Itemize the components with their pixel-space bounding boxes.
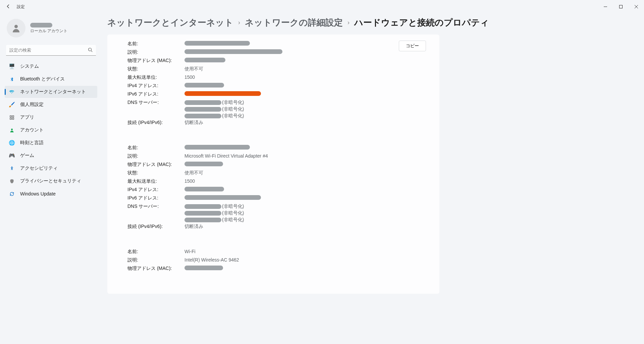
sidebar-item-label: 個人用設定 xyxy=(20,102,44,108)
label-mac: 物理アドレス (MAC): xyxy=(127,58,184,64)
nav: 🖥️ システム Bluetooth とデバイス ネットワークとインターネット 🖌… xyxy=(5,60,97,200)
sidebar-item-label: Windows Update xyxy=(20,191,56,196)
maximize-button[interactable] xyxy=(613,1,629,12)
label-name: 名前: xyxy=(127,41,184,47)
svg-rect-7 xyxy=(10,115,11,117)
sidebar-item-label: アクセシビリティ xyxy=(20,165,58,171)
value-redacted xyxy=(184,100,221,105)
value-description: Microsoft Wi-Fi Direct Virtual Adapter #… xyxy=(184,153,419,159)
label-state: 状態: xyxy=(127,170,184,176)
grid-icon xyxy=(9,114,15,120)
search-input[interactable] xyxy=(6,45,96,56)
adapter-block: 名前: 説明: 物理アドレス (MAC): 状態:使用不可 最大転送単位:150… xyxy=(127,39,419,142)
sync-icon xyxy=(9,191,15,197)
dns-suffix: (非暗号化) xyxy=(222,100,244,106)
label-mtu: 最大転送単位: xyxy=(127,178,184,184)
svg-rect-1 xyxy=(620,5,623,8)
window-controls xyxy=(598,1,644,12)
label-ipv4: IPv4 アドレス: xyxy=(127,83,184,89)
sidebar-item-label: ゲーム xyxy=(20,153,34,159)
sidebar-item-personalize[interactable]: 🖌️ 個人用設定 xyxy=(5,99,97,111)
sidebar-item-label: システム xyxy=(20,63,39,69)
value-redacted xyxy=(184,218,221,222)
value-redacted xyxy=(184,266,223,270)
brush-icon: 🖌️ xyxy=(9,102,15,108)
label-name: 名前: xyxy=(127,145,184,151)
label-ipv6: IPv6 アドレス: xyxy=(127,91,184,97)
breadcrumb-link-advanced[interactable]: ネットワークの詳細設定 xyxy=(245,17,343,28)
breadcrumb: ネットワークとインターネット › ネットワークの詳細設定 › ハードウェアと接続… xyxy=(107,17,631,28)
person-icon xyxy=(9,127,15,133)
label-ipv6: IPv6 アドレス: xyxy=(127,195,184,201)
back-button[interactable] xyxy=(3,2,13,12)
accessibility-icon xyxy=(9,165,15,171)
value-state: 使用不可 xyxy=(184,170,419,176)
sidebar-item-label: プライバシーとセキュリティ xyxy=(20,178,81,184)
value-redacted xyxy=(184,145,250,150)
globe-clock-icon: 🌐 xyxy=(9,140,15,146)
sidebar-item-accessibility[interactable]: アクセシビリティ xyxy=(5,162,97,174)
sidebar-item-update[interactable]: Windows Update xyxy=(5,188,97,200)
dns-suffix: (非暗号化) xyxy=(222,210,244,216)
value-redacted xyxy=(184,195,261,200)
sidebar-item-network[interactable]: ネットワークとインターネット xyxy=(5,86,97,98)
adapter-block: 名前: 説明:Microsoft Wi-Fi Direct Virtual Ad… xyxy=(127,142,419,246)
svg-rect-10 xyxy=(12,118,13,119)
sidebar-item-apps[interactable]: アプリ xyxy=(5,111,97,123)
svg-point-11 xyxy=(11,128,13,130)
sidebar-item-label: ネットワークとインターネット xyxy=(20,89,86,95)
copy-button[interactable]: コピー xyxy=(399,41,426,51)
label-name: 名前: xyxy=(127,249,184,255)
avatar xyxy=(7,19,25,38)
value-mtu: 1500 xyxy=(184,178,419,184)
bluetooth-icon xyxy=(9,76,15,82)
value-conn: 切断済み xyxy=(184,224,419,230)
label-conn: 接続 (IPv4/IPv6): xyxy=(127,120,184,126)
sidebar-item-game[interactable]: 🎮 ゲーム xyxy=(5,150,97,162)
user-block[interactable]: ローカル アカウント xyxy=(5,17,97,42)
search-box xyxy=(6,45,96,56)
label-dns: DNS サーバー: xyxy=(127,204,184,210)
value-redacted xyxy=(184,114,221,118)
value-redacted xyxy=(184,91,261,96)
adapter-block: 名前:Wi-Fi 説明:Intel(R) Wireless-AC 9462 物理… xyxy=(127,246,419,274)
label-description: 説明: xyxy=(127,49,184,55)
breadcrumb-current: ハードウェアと接続のプロパティ xyxy=(354,17,489,28)
value-redacted xyxy=(184,41,250,46)
chevron-right-icon: › xyxy=(238,19,240,26)
dns-suffix: (非暗号化) xyxy=(222,106,244,112)
sidebar-item-bluetooth[interactable]: Bluetooth とデバイス xyxy=(5,73,97,85)
value-redacted xyxy=(184,204,221,209)
close-button[interactable] xyxy=(629,1,644,12)
value-conn: 切断済み xyxy=(184,120,419,126)
value-redacted xyxy=(184,83,224,88)
value-description: Intel(R) Wireless-AC 9462 xyxy=(184,257,419,263)
label-conn: 接続 (IPv4/IPv6): xyxy=(127,224,184,230)
sidebar-item-privacy[interactable]: プライバシーとセキュリティ xyxy=(5,175,97,187)
breadcrumb-link-network[interactable]: ネットワークとインターネット xyxy=(107,17,233,28)
sidebar-item-label: Bluetooth とデバイス xyxy=(20,76,65,82)
arrow-left-icon xyxy=(6,4,11,10)
minimize-button[interactable] xyxy=(598,1,613,12)
dns-suffix: (非暗号化) xyxy=(222,113,244,119)
value-redacted xyxy=(184,211,221,216)
svg-rect-8 xyxy=(12,115,13,117)
label-mac: 物理アドレス (MAC): xyxy=(127,266,184,272)
value-redacted xyxy=(184,58,225,62)
sidebar-item-system[interactable]: 🖥️ システム xyxy=(5,60,97,72)
sidebar-item-account[interactable]: アカウント xyxy=(5,124,97,136)
sidebar-item-label: アカウント xyxy=(20,127,44,133)
gamepad-icon: 🎮 xyxy=(9,153,15,159)
sidebar-item-time[interactable]: 🌐 時刻と言語 xyxy=(5,137,97,149)
value-redacted xyxy=(184,107,221,112)
value-redacted xyxy=(184,162,223,166)
sidebar-item-label: アプリ xyxy=(20,114,34,120)
title-bar: 設定 xyxy=(0,0,644,13)
label-ipv4: IPv4 アドレス: xyxy=(127,187,184,193)
window-title: 設定 xyxy=(17,4,25,10)
dns-suffix: (非暗号化) xyxy=(222,204,244,210)
user-subtitle: ローカル アカウント xyxy=(30,28,67,34)
dns-suffix: (非暗号化) xyxy=(222,217,244,223)
value-state: 使用不可 xyxy=(184,66,419,72)
display-icon: 🖥️ xyxy=(9,63,15,69)
